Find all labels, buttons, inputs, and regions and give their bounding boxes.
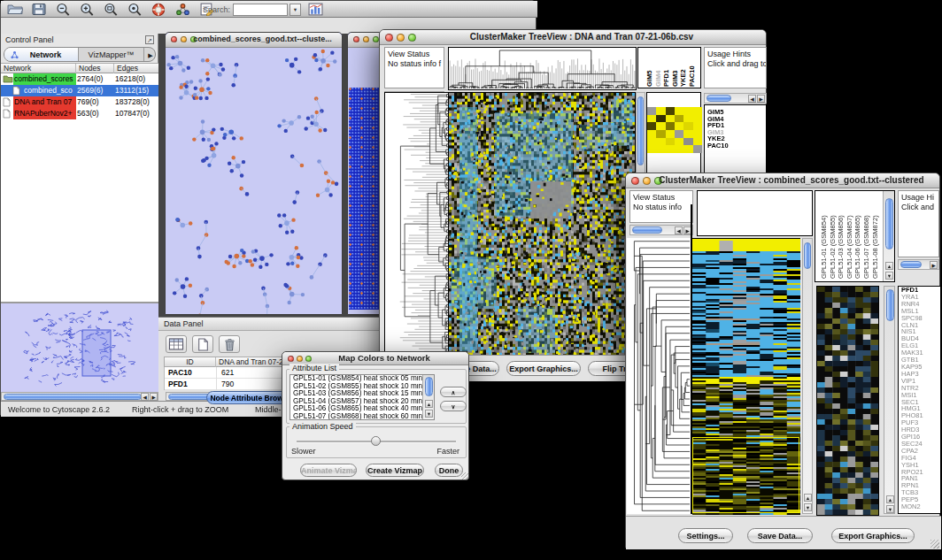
network-node[interactable] (314, 96, 319, 101)
network-node[interactable] (194, 86, 197, 89)
network-node[interactable] (291, 218, 295, 221)
network-node[interactable] (181, 284, 186, 289)
main-heatmap[interactable] (448, 92, 636, 357)
network-node[interactable] (285, 58, 289, 62)
resize-grip[interactable] (461, 472, 468, 479)
column-label[interactable]: GPL51-04 (GSM857) (845, 215, 853, 279)
network-row[interactable]: combined_scores2764(0)16218(0) (1, 73, 158, 85)
network-node[interactable] (178, 61, 183, 66)
scrollbar-thumb[interactable] (4, 394, 142, 400)
correlation-cell[interactable] (683, 107, 692, 115)
network-node[interactable] (175, 218, 179, 221)
scroll-left-icon[interactable]: ◀ (675, 226, 683, 234)
column-label[interactable]: GPL51-01 (GSM854) (820, 215, 828, 279)
scroll-up-icon[interactable]: ▲ (804, 494, 812, 502)
attribute-list[interactable]: ▲ ▼ GPL51-01 (GSM854) heat shock 05 minG… (290, 374, 435, 420)
network-node[interactable] (207, 138, 211, 142)
scrollbar-thumb[interactable] (425, 377, 433, 396)
correlation-cell[interactable] (666, 138, 675, 146)
network-node[interactable] (242, 160, 245, 164)
correlation-cell[interactable] (693, 130, 702, 138)
network-node[interactable] (184, 85, 188, 88)
correlation-cell[interactable] (656, 130, 665, 138)
column-label[interactable]: PAC10 (688, 65, 696, 87)
network-node[interactable] (314, 111, 318, 114)
network-node[interactable] (316, 193, 320, 196)
new-doc-icon[interactable] (192, 335, 213, 353)
treeview1-titlebar[interactable]: ClusterMaker TreeView : DNA and Tran 07-… (380, 30, 766, 45)
network-node[interactable] (259, 256, 265, 261)
attribute-list-item[interactable]: GPL51-06 (GSM865) heat shock 40 min (290, 405, 434, 413)
network-node[interactable] (290, 261, 294, 265)
network-node[interactable] (287, 301, 290, 304)
correlation-cell[interactable] (666, 122, 675, 130)
treeview2-titlebar[interactable]: ClusterMaker TreeView : combined_scores_… (626, 173, 939, 188)
network-node[interactable] (319, 67, 322, 71)
correlation-cell[interactable] (647, 107, 656, 115)
correlation-cell[interactable] (666, 145, 675, 153)
network-node[interactable] (206, 77, 210, 81)
network-node[interactable] (328, 193, 332, 196)
column-label[interactable]: GIM4 (654, 71, 662, 87)
column-header-nodes[interactable]: Nodes (76, 64, 114, 73)
correlation-cell[interactable] (693, 145, 702, 153)
network-graph-canvas[interactable] (166, 48, 342, 314)
close-button[interactable] (353, 36, 359, 42)
network-node[interactable] (279, 224, 282, 227)
scrollbar-thumb[interactable] (637, 96, 644, 165)
network-node[interactable] (240, 136, 243, 140)
network-node[interactable] (201, 158, 205, 162)
network-node[interactable] (259, 265, 262, 269)
network-node[interactable] (219, 63, 222, 66)
network-node[interactable] (205, 58, 209, 62)
correlation-cell[interactable] (647, 145, 656, 153)
network-node[interactable] (228, 162, 231, 165)
correlation-cell[interactable] (683, 130, 692, 138)
column-label[interactable]: GPL51-07 (GSM868) (862, 215, 870, 279)
minimize-button[interactable] (181, 36, 187, 42)
correlation-cell[interactable] (666, 107, 675, 115)
correlation-heatmap[interactable] (647, 107, 702, 153)
network-node[interactable] (296, 265, 299, 268)
network-node[interactable] (289, 120, 294, 126)
done-button[interactable]: Done (435, 464, 463, 477)
network-node[interactable] (201, 119, 205, 123)
column-label[interactable]: PFD1 (662, 70, 670, 87)
resize-grip[interactable] (930, 540, 939, 548)
row-dendrogram[interactable] (627, 238, 691, 514)
network-node[interactable] (232, 156, 236, 159)
network-node[interactable] (175, 55, 179, 58)
correlation-cell[interactable] (656, 107, 665, 115)
network-node[interactable] (294, 58, 297, 61)
correlation-cell[interactable] (683, 115, 692, 123)
network-node[interactable] (208, 91, 212, 95)
network-node[interactable] (240, 173, 243, 177)
scroll-up-icon[interactable]: ▲ (885, 262, 893, 270)
network-node[interactable] (282, 119, 285, 122)
scroll-down-icon[interactable]: ▼ (425, 410, 433, 418)
network-node[interactable] (325, 188, 330, 193)
network-row[interactable]: DNA and Tran 07769(0)183728(0) (1, 96, 158, 108)
zoom-out-icon[interactable] (53, 2, 73, 17)
trash-icon[interactable] (219, 335, 240, 353)
correlation-cell[interactable] (666, 130, 675, 138)
network-node[interactable] (231, 83, 236, 88)
attribute-list-item[interactable]: GPL51-07 (GSM868) heat shock 60 min (290, 413, 434, 420)
float-panel-icon[interactable]: ↗ (145, 35, 154, 44)
network-node[interactable] (232, 136, 236, 140)
network-view-titlebar[interactable]: combined_scores_good.txt--cluste... (166, 33, 342, 48)
network-node[interactable] (290, 292, 295, 297)
network-node[interactable] (248, 259, 251, 263)
zoom-heatmap[interactable] (816, 286, 879, 516)
column-header-id[interactable]: ID (165, 357, 216, 367)
correlation-cell[interactable] (647, 115, 656, 123)
settings-button[interactable]: Settings... (678, 528, 733, 543)
network-node[interactable] (284, 129, 288, 133)
scroll-left-icon[interactable]: ◀ (748, 95, 756, 103)
network-node[interactable] (189, 284, 192, 288)
network-node[interactable] (290, 63, 295, 68)
zoom-fit-icon[interactable] (101, 2, 120, 17)
network-node[interactable] (327, 180, 330, 183)
move-down-button[interactable]: ∨ (440, 401, 467, 411)
correlation-cell[interactable] (683, 122, 692, 130)
